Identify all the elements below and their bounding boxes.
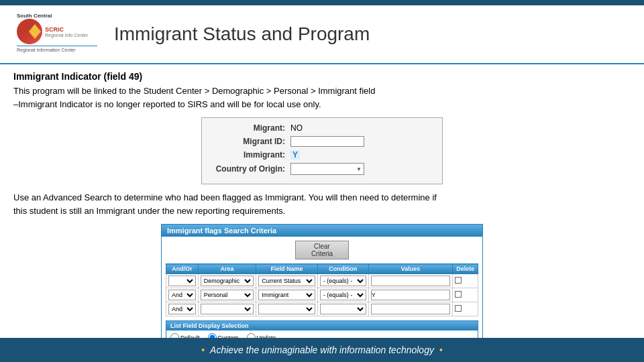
para2-line1: Use an Advanced Search to determine who …: [13, 192, 437, 202]
row2-field: Immigrant: [256, 288, 318, 302]
col-area: Area: [198, 264, 256, 274]
logo-box: South Central SCRIC Regional Info Center…: [17, 13, 97, 56]
row3-andor: And: [166, 302, 199, 316]
section-title: Immigrant Indicator (field 49): [13, 71, 631, 82]
logo-icon-row: SCRIC Regional Info Center: [17, 19, 97, 44]
bullet2-icon: •: [439, 345, 443, 355]
clear-criteria-button[interactable]: Clear Criteria: [295, 241, 349, 259]
col-condition: Condition: [317, 264, 368, 274]
select-arrow-icon: ▼: [356, 166, 362, 172]
val-input-3[interactable]: [371, 304, 451, 314]
migrant-id-input[interactable]: [290, 136, 364, 147]
delete-checkbox-2[interactable]: [455, 291, 462, 298]
area-select-3[interactable]: [201, 304, 254, 314]
area-select-2[interactable]: Personal: [201, 290, 254, 300]
country-label: Country of Origin:: [210, 164, 290, 174]
form-row-migrant: Migrant: NO: [210, 123, 434, 133]
desc-line1: This program will be linked to the Stude…: [13, 86, 375, 96]
row3-field: [256, 302, 318, 316]
form-row-migrant-id: Migrant ID:: [210, 136, 434, 147]
col-delete: Delete: [453, 264, 478, 274]
bullet1-icon: •: [201, 345, 205, 355]
row1-val: [368, 274, 453, 288]
logo-area: South Central SCRIC Regional Info Center…: [13, 11, 101, 58]
row3-area: [198, 302, 256, 316]
andor-select-2[interactable]: And: [168, 290, 196, 300]
logo-circle-icon: [17, 19, 42, 44]
row2-area: Personal: [198, 288, 256, 302]
table-row: And: [166, 302, 478, 316]
row2-cond: - (equals) -: [317, 288, 368, 302]
cond-select-3[interactable]: [320, 304, 366, 314]
migrant-label: Migrant:: [210, 123, 290, 133]
logo-line1: SCRIC: [45, 26, 88, 33]
delete-checkbox-1[interactable]: [455, 277, 462, 284]
description: This program will be linked to the Stude…: [13, 84, 631, 111]
bottom-bar: • Achieve the unimaginable with informat…: [0, 338, 644, 362]
immigrant-value: Y: [290, 150, 300, 160]
adv-search-table: And/Or Area Field Name Condition Values …: [166, 263, 478, 316]
row1-cond: - (equals) -: [317, 274, 368, 288]
row1-field: Current Status: [256, 274, 318, 288]
col-fieldname: Field Name: [256, 264, 318, 274]
area-select-1[interactable]: Demographic: [201, 276, 254, 286]
country-select[interactable]: ▼: [290, 163, 364, 175]
para2-line2: this student is still an Immigrant under…: [13, 206, 285, 216]
top-bar: [0, 0, 644, 5]
row1-area: Demographic: [198, 274, 256, 288]
form-row-country: Country of Origin: ▼: [210, 163, 434, 175]
col-values: Values: [368, 264, 453, 274]
student-form-mockup: Migrant: NO Migrant ID: Immigrant: Y Cou…: [201, 117, 443, 184]
migrant-id-label: Migrant ID:: [210, 137, 290, 146]
row2-del: [453, 288, 478, 302]
field-select-1[interactable]: Current Status: [258, 276, 315, 286]
field-display-header: List Field Display Selection: [166, 321, 478, 330]
row3-val: [368, 302, 453, 316]
delete-checkbox-3[interactable]: [455, 305, 462, 312]
row2-andor: And: [166, 288, 199, 302]
field-select-2[interactable]: Immigrant: [258, 290, 315, 300]
table-row: Demographic Current Status - (equals) -: [166, 274, 478, 288]
row1-andor: [166, 274, 199, 288]
migrant-value: NO: [290, 123, 303, 133]
val-input-2[interactable]: [371, 290, 451, 300]
immigrant-label: Immigrant:: [210, 150, 290, 160]
logo-bottom-text: Regional Information Center: [17, 46, 97, 52]
row3-del: [453, 302, 478, 316]
andor-select-3[interactable]: And: [168, 304, 196, 314]
cond-select-1[interactable]: - (equals) -: [320, 276, 366, 286]
row1-del: [453, 274, 478, 288]
bottom-bar-text: Achieve the unimaginable with informatio…: [210, 345, 434, 355]
page-title: Immigrant Status and Program: [114, 23, 370, 45]
main-content: Immigrant Indicator (field 49) This prog…: [0, 64, 644, 362]
header: South Central SCRIC Regional Info Center…: [0, 5, 644, 64]
table-row: And Personal Immigrant - (equals) -: [166, 288, 478, 302]
row3-cond: [317, 302, 368, 316]
val-input-1[interactable]: [371, 276, 451, 286]
form-row-immigrant: Immigrant: Y: [210, 150, 434, 160]
logo-line2: Regional Info Center: [45, 33, 88, 38]
row2-val: [368, 288, 453, 302]
adv-search-header: Immigrant flags Search Criteria: [162, 225, 482, 237]
field-select-3[interactable]: [258, 304, 315, 314]
desc-line2: –Immigrant Indicator is no longer report…: [13, 99, 321, 109]
paragraph2: Use an Advanced Search to determine who …: [13, 191, 631, 217]
cond-select-2[interactable]: - (equals) -: [320, 290, 366, 300]
andor-select-1[interactable]: [168, 276, 196, 286]
logo-text-right: SCRIC Regional Info Center: [45, 26, 88, 38]
col-andor: And/Or: [166, 264, 199, 274]
logo-top-text: South Central: [17, 13, 97, 19]
